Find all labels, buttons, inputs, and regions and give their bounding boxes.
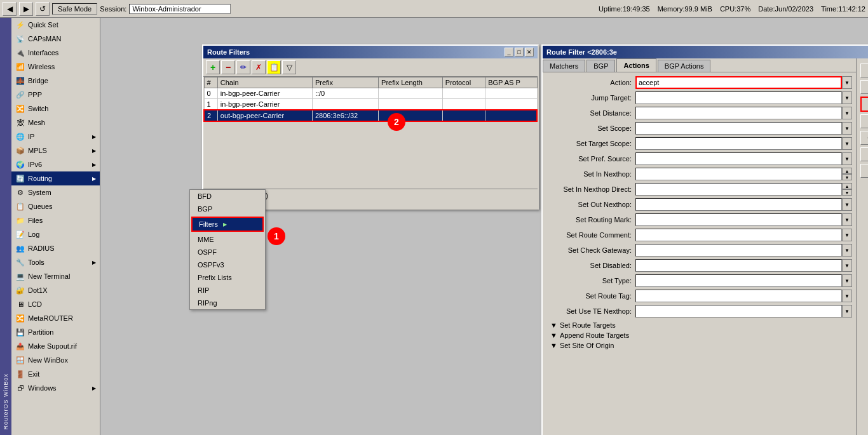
jump-target-dropdown-btn[interactable]: ▼	[842, 91, 852, 104]
expand-set-route-targets[interactable]: ▼ Set Route Targets	[546, 320, 852, 330]
safe-mode-button[interactable]: Safe Mode	[52, 3, 97, 15]
table-row[interactable]: 0 in-bgp-peer-Carrier ::/0	[204, 88, 537, 99]
table-row-selected[interactable]: 2 out-bgp-peer-Carrier 2806:3e6::/32	[204, 110, 537, 121]
tab-bgp[interactable]: BGP	[587, 60, 615, 72]
set-scope-dropdown-btn[interactable]: ▼	[842, 122, 852, 135]
submenu-ospfv3[interactable]: OSPFv3	[190, 258, 265, 271]
copy-btn[interactable]: Copy	[860, 147, 868, 161]
sidebar-item-ppp[interactable]: 🔗 PPP	[11, 88, 100, 102]
submenu-bfd[interactable]: BFD	[190, 190, 265, 203]
submenu-bgp[interactable]: BGP	[190, 203, 265, 215]
sidebar-item-mpls[interactable]: 📦 MPLS ▶	[11, 144, 100, 157]
set-use-te-nexthop-dropdown-btn[interactable]: ▼	[842, 305, 852, 318]
sidebar-item-wireless[interactable]: 📶 Wireless	[11, 60, 100, 74]
sidebar-item-interfaces[interactable]: 🔌 Interfaces	[11, 46, 100, 60]
table-row[interactable]: 1 in-bgp-peer-Carrier	[204, 99, 537, 110]
sidebar-item-tools[interactable]: 🔧 Tools ▶	[11, 255, 100, 269]
sidebar-item-make-supout[interactable]: 📤 Make Supout.rif	[11, 339, 100, 353]
filter-button[interactable]: ▽	[282, 60, 296, 74]
set-type-input[interactable]	[635, 274, 842, 287]
sidebar-item-radius[interactable]: 👥 RADIUS	[11, 241, 100, 255]
set-in-nexthop-direct-input[interactable]	[635, 183, 842, 196]
paste-button[interactable]: 📋	[267, 60, 281, 74]
sidebar-item-partition[interactable]: 💾 Partition	[11, 325, 100, 339]
set-target-scope-input[interactable]	[635, 137, 842, 150]
submenu-ripng[interactable]: RIPng	[190, 297, 265, 309]
close-button[interactable]: ✕	[525, 48, 534, 57]
refresh-button[interactable]: ↺	[36, 2, 50, 16]
apply-button[interactable]: Apply	[860, 97, 868, 112]
set-check-gateway-dropdown-btn[interactable]: ▼	[842, 244, 852, 257]
add-button[interactable]: +	[206, 60, 220, 74]
set-distance-input[interactable]	[635, 107, 842, 119]
expand-set-site-of-origin[interactable]: ▼ Set Site Of Origin	[546, 340, 852, 351]
set-disabled-dropdown-btn[interactable]: ▼	[842, 259, 852, 272]
col-prefix[interactable]: Prefix	[312, 77, 378, 88]
set-route-comment-dropdown-btn[interactable]: ▼	[842, 229, 852, 241]
tab-actions[interactable]: Actions	[616, 58, 656, 72]
maximize-button[interactable]: □	[515, 48, 524, 57]
sidebar-item-dot1x[interactable]: 🔐 Dot1X	[11, 283, 100, 297]
back-button[interactable]: ◀	[3, 2, 17, 16]
forward-button[interactable]: ▶	[19, 2, 33, 16]
sidebar-item-capsman[interactable]: 📡 CAPsMAN	[11, 32, 100, 46]
copy-button[interactable]: ✗	[252, 60, 266, 74]
col-bgp-as[interactable]: BGP AS P	[485, 77, 537, 88]
set-type-dropdown-btn[interactable]: ▼	[842, 274, 852, 287]
sidebar-item-windows[interactable]: 🗗 Windows ▶	[11, 381, 100, 395]
submenu-mme[interactable]: MME	[190, 233, 265, 246]
sidebar-item-exit[interactable]: 🚪 Exit	[11, 367, 100, 381]
submenu-ospf[interactable]: OSPF	[190, 246, 265, 258]
col-prefix-length[interactable]: Prefix Length	[379, 77, 443, 88]
edit-button[interactable]: ✏	[236, 60, 250, 74]
sidebar-item-queues[interactable]: 📋 Queues	[11, 199, 100, 213]
set-pref-source-input[interactable]	[635, 152, 842, 165]
sidebar-item-metarouter[interactable]: 🔀 MetaROUTER	[11, 311, 100, 325]
comment-button[interactable]: Comment	[860, 131, 868, 145]
minimize-button[interactable]: _	[505, 48, 513, 57]
set-use-te-nexthop-input[interactable]	[635, 305, 842, 318]
sidebar-item-switch[interactable]: 🔀 Switch	[11, 102, 100, 116]
col-protocol[interactable]: Protocol	[442, 77, 485, 88]
set-check-gateway-input[interactable]	[635, 244, 842, 257]
set-routing-mark-input[interactable]	[635, 213, 842, 226]
set-route-comment-input[interactable]	[635, 229, 842, 241]
in-nexthop-down[interactable]: ▼	[842, 174, 852, 180]
set-scope-input[interactable]	[635, 122, 842, 135]
sidebar-item-new-winbox[interactable]: 🪟 New WinBox	[11, 353, 100, 367]
ok-button[interactable]: OK	[860, 64, 868, 77]
sidebar-item-quick-set[interactable]: ⚡ Quick Set	[11, 18, 100, 32]
sidebar-item-ipv6[interactable]: 🌍 IPv6 ▶	[11, 157, 100, 171]
sidebar-item-log[interactable]: 📝 Log	[11, 227, 100, 241]
set-route-tag-dropdown-btn[interactable]: ▼	[842, 290, 852, 302]
action-input[interactable]	[635, 76, 842, 89]
sidebar-item-new-terminal[interactable]: 💻 New Terminal	[11, 269, 100, 283]
sidebar-item-files[interactable]: 📁 Files	[11, 213, 100, 227]
cancel-button[interactable]: Cancel	[860, 80, 868, 94]
in-nexthop-up[interactable]: ▲	[842, 168, 852, 174]
remove-btn[interactable]: Remove	[860, 164, 868, 178]
tab-bgp-actions[interactable]: BGP Actions	[658, 60, 711, 72]
submenu-filters[interactable]: Filters ▶	[191, 217, 264, 232]
set-in-nexthop-input[interactable]	[635, 168, 842, 180]
sidebar-item-system[interactable]: ⚙ System	[11, 185, 100, 199]
set-pref-source-dropdown-btn[interactable]: ▼	[842, 152, 852, 165]
sidebar-item-bridge[interactable]: 🌉 Bridge	[11, 74, 100, 88]
in-nexthop-direct-up[interactable]: ▲	[842, 183, 852, 189]
col-chain[interactable]: Chain	[217, 77, 312, 88]
sidebar-item-mesh[interactable]: 🕸 Mesh	[11, 116, 100, 130]
sidebar-item-lcd[interactable]: 🖥 LCD	[11, 297, 100, 311]
set-disabled-input[interactable]	[635, 259, 842, 272]
remove-button[interactable]: −	[221, 60, 235, 74]
sidebar-item-ip[interactable]: 🌐 IP ▶	[11, 130, 100, 144]
in-nexthop-direct-down[interactable]: ▼	[842, 189, 852, 196]
submenu-prefix-lists[interactable]: Prefix Lists	[190, 271, 265, 284]
sidebar-item-routing[interactable]: 🔄 Routing ▶	[11, 171, 100, 185]
set-route-tag-input[interactable]	[635, 290, 842, 302]
col-num[interactable]: #	[204, 77, 217, 88]
set-out-nexthop-dropdown-btn[interactable]: ▼	[842, 198, 852, 211]
set-target-scope-dropdown-btn[interactable]: ▼	[842, 137, 852, 150]
disable-button[interactable]: Disable	[860, 114, 868, 128]
set-routing-mark-dropdown-btn[interactable]: ▼	[842, 213, 852, 226]
set-out-nexthop-input[interactable]	[635, 198, 842, 211]
